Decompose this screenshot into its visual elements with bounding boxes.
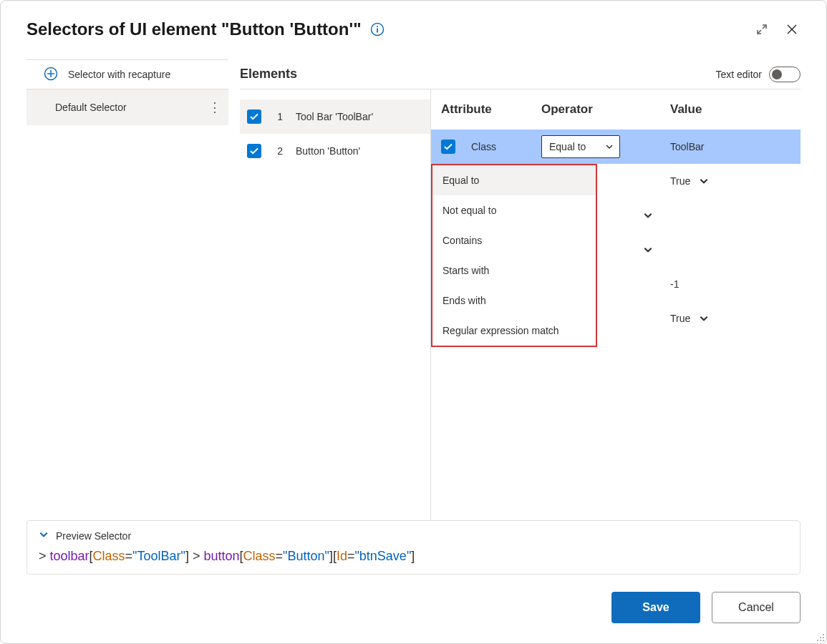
attribute-value[interactable]: True	[670, 313, 690, 324]
chevron-down-icon[interactable]	[643, 210, 663, 220]
element-row[interactable]: 2 Button 'Button'	[240, 134, 430, 168]
chevron-down-icon[interactable]	[699, 176, 719, 186]
content-split: 1 Tool Bar 'ToolBar' 2 Button 'Button' A…	[240, 89, 801, 520]
elements-pane: Elements Text editor 1 Tool Bar 'ToolBar…	[228, 47, 826, 520]
operator-dropdown: Equal to Not equal to Contains Starts wi…	[431, 164, 597, 347]
attribute-value[interactable]: -1	[670, 278, 679, 290]
chevron-down-icon	[605, 142, 614, 151]
col-attribute: Attribute	[441, 102, 541, 117]
dialog-footer: Save Cancel	[1, 575, 826, 643]
checkbox-checked-icon[interactable]	[247, 109, 261, 124]
svg-point-5	[820, 637, 821, 638]
add-selector-button[interactable]: Selector with recapture	[26, 59, 228, 89]
chevron-down-icon[interactable]	[699, 313, 719, 323]
svg-point-7	[817, 640, 818, 641]
selector-list-pane: Selector with recapture Default Selector…	[1, 47, 228, 520]
svg-point-6	[823, 637, 824, 638]
checkbox-checked-icon[interactable]	[441, 140, 455, 154]
more-icon[interactable]: ⋮	[205, 99, 223, 115]
chevron-down-icon	[39, 530, 49, 542]
chevron-down-icon[interactable]	[643, 245, 663, 255]
operator-select[interactable]: Equal to	[541, 135, 620, 158]
operator-option[interactable]: Regular expression match	[432, 316, 596, 346]
close-icon[interactable]	[780, 18, 803, 41]
svg-rect-1	[377, 29, 378, 33]
operator-option[interactable]: Not equal to	[432, 195, 596, 225]
elements-list: 1 Tool Bar 'ToolBar' 2 Button 'Button'	[240, 89, 430, 520]
save-button[interactable]: Save	[611, 592, 700, 623]
svg-point-2	[376, 26, 377, 27]
element-label: Tool Bar 'ToolBar'	[296, 111, 373, 122]
selector-item-default[interactable]: Default Selector ⋮	[26, 89, 228, 125]
operator-value: Equal to	[549, 141, 586, 152]
preview-toggle[interactable]: Preview Selector	[39, 530, 788, 542]
selector-dialog: Selectors of UI element "Button 'Button'…	[0, 0, 827, 644]
toggle-knob	[772, 69, 782, 79]
element-label: Button 'Button'	[296, 145, 360, 157]
add-selector-label: Selector with recapture	[68, 69, 170, 80]
col-operator: Operator	[541, 102, 663, 117]
attribute-value[interactable]: ToolBar	[670, 141, 704, 152]
attribute-name: Class	[471, 141, 541, 152]
attribute-row: Class Equal to ToolBar	[431, 130, 801, 164]
col-value: Value	[663, 102, 801, 117]
elements-header-row: Elements Text editor	[240, 59, 801, 89]
cancel-button[interactable]: Cancel	[712, 592, 801, 623]
element-index: 2	[274, 145, 283, 157]
operator-option[interactable]: Contains	[432, 225, 596, 255]
operator-option[interactable]: Equal to	[432, 165, 596, 195]
info-icon[interactable]	[370, 22, 385, 36]
text-editor-toggle[interactable]	[769, 67, 801, 82]
element-row[interactable]: 1 Tool Bar 'ToolBar'	[240, 99, 430, 134]
attributes-header: Attribute Operator Value	[431, 89, 801, 130]
elements-title: Elements	[240, 67, 297, 82]
attributes-pane: Attribute Operator Value Class	[430, 89, 801, 520]
checkbox-checked-icon[interactable]	[247, 144, 261, 158]
text-editor-label: Text editor	[715, 69, 762, 80]
dialog-header: Selectors of UI element "Button 'Button'…	[1, 1, 826, 47]
svg-point-4	[823, 634, 824, 635]
operator-option[interactable]: Starts with	[432, 255, 596, 286]
plus-circle-icon	[44, 67, 58, 83]
preview-code: > toolbar[Class="ToolBar"] > button[Clas…	[39, 549, 788, 564]
expand-icon[interactable]	[750, 18, 773, 41]
dialog-title: Selectors of UI element "Button 'Button'…	[26, 19, 362, 39]
preview-label: Preview Selector	[56, 530, 131, 542]
svg-point-9	[823, 640, 824, 641]
selector-item-label: Default Selector	[55, 102, 127, 113]
operator-option[interactable]: Ends with	[432, 286, 596, 316]
svg-point-8	[820, 640, 821, 641]
attribute-value[interactable]: True	[670, 175, 690, 187]
dialog-body: Selector with recapture Default Selector…	[1, 47, 826, 520]
preview-selector-block: Preview Selector > toolbar[Class="ToolBa…	[26, 520, 801, 575]
resize-handle-icon[interactable]	[815, 632, 825, 642]
element-index: 1	[274, 111, 283, 122]
